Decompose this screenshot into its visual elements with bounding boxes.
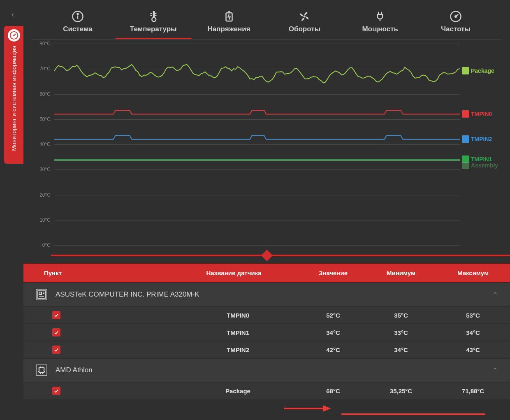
cell-min: 35°C bbox=[366, 312, 436, 319]
legend-item-tmpin2[interactable]: TMPIN2 bbox=[462, 135, 492, 143]
gridline bbox=[54, 69, 460, 69]
tab-power[interactable]: Мощность bbox=[342, 10, 418, 39]
chart-line-tmpin0 bbox=[54, 110, 460, 114]
row-checkbox[interactable] bbox=[52, 328, 60, 336]
cell-value: 34°C bbox=[300, 329, 366, 336]
legend-label: Assembly bbox=[471, 162, 498, 169]
cell-value: 42°C bbox=[300, 346, 366, 353]
cell-sensor: TMPIN2 bbox=[176, 346, 300, 353]
gridline bbox=[54, 119, 460, 120]
ytick-label: 60°C bbox=[39, 91, 51, 97]
cell-max: 43°C bbox=[436, 346, 510, 353]
group-title: ASUSTeK COMPUTER INC. PRIME A320M-K bbox=[56, 290, 199, 299]
cell-value: 52°C bbox=[300, 312, 366, 319]
tabs-bar: Система Температуры Напряжения Обороты М… bbox=[23, 0, 510, 39]
cell-max: 53°C bbox=[436, 312, 510, 319]
cell-sensor: TMPIN1 bbox=[176, 329, 300, 336]
gauge-icon bbox=[8, 29, 20, 42]
slider-track bbox=[51, 255, 510, 256]
gridline bbox=[54, 144, 460, 145]
gridline bbox=[54, 245, 460, 246]
chart-yaxis: 0°C10°C20°C30°C40°C50°C60°C70°C80°C bbox=[32, 44, 52, 245]
cell-min: 33°C bbox=[366, 329, 436, 336]
tab-fans[interactable]: Обороты bbox=[267, 10, 342, 39]
gridline bbox=[54, 94, 460, 95]
svg-rect-15 bbox=[39, 292, 42, 295]
row-checkbox[interactable] bbox=[52, 311, 60, 319]
tab-system[interactable]: Система bbox=[40, 10, 116, 39]
battery-icon bbox=[191, 10, 267, 23]
table-row: TMPIN0 52°C 35°C 53°C bbox=[23, 307, 510, 323]
annotation-arrow bbox=[284, 404, 505, 416]
ytick-label: 20°C bbox=[39, 192, 51, 198]
sidebar-tab-monitoring[interactable]: Мониторинг и системная информация bbox=[4, 26, 23, 164]
legend-item-tmpin0[interactable]: TMPIN0 bbox=[462, 110, 492, 118]
col-item: Пункт bbox=[44, 269, 167, 276]
legend-item-package[interactable]: Package bbox=[462, 67, 494, 74]
group-header[interactable]: ASUSTeK COMPUTER INC. PRIME A320M-K ⌃ bbox=[23, 283, 510, 306]
cell-min: 34°C bbox=[366, 346, 436, 353]
legend-item-assembly[interactable]: Assembly bbox=[462, 162, 498, 169]
gridline bbox=[54, 169, 460, 170]
row-checkbox[interactable] bbox=[52, 346, 60, 354]
tab-temps[interactable]: Температуры bbox=[116, 10, 191, 39]
svg-point-13 bbox=[455, 16, 457, 17]
ytick-label: 0°C bbox=[42, 242, 51, 248]
tab-freq[interactable]: Частоты bbox=[418, 10, 494, 39]
ytick-label: 30°C bbox=[39, 167, 51, 172]
range-slider[interactable] bbox=[23, 251, 510, 260]
temperature-chart: 0°C10°C20°C30°C40°C50°C60°C70°C80°C Pack… bbox=[32, 44, 502, 245]
tab-label: Напряжения bbox=[191, 25, 267, 33]
col-sensor: Название датчика bbox=[167, 269, 300, 276]
group-header[interactable]: AMD Athlon ⌃ bbox=[23, 359, 510, 382]
cell-max: 34°C bbox=[436, 329, 510, 336]
fan-icon bbox=[267, 10, 342, 23]
gauge-icon bbox=[418, 10, 494, 23]
plug-icon bbox=[342, 10, 418, 23]
tab-label: Температуры bbox=[116, 25, 191, 33]
cell-sensor: TMPIN0 bbox=[176, 312, 300, 319]
chevron-up-icon: ⌃ bbox=[492, 291, 498, 299]
legend-label: TMPIN0 bbox=[471, 111, 492, 117]
ytick-label: 80°C bbox=[39, 41, 51, 46]
legend-swatch bbox=[462, 162, 469, 169]
legend-swatch bbox=[462, 67, 469, 74]
slider-thumb[interactable] bbox=[261, 250, 272, 261]
chart-line-package bbox=[54, 65, 460, 83]
cell-sensor: Package bbox=[176, 388, 300, 394]
sensors-table: Пункт Название датчика Значение Минимум … bbox=[23, 264, 510, 399]
table-row: TMPIN1 34°C 33°C 34°C bbox=[23, 324, 510, 341]
chevron-up-icon: ⌃ bbox=[492, 367, 498, 374]
cell-min: 35,25°C bbox=[366, 388, 436, 394]
legend-swatch bbox=[462, 110, 469, 118]
main-panel: Система Температуры Напряжения Обороты М… bbox=[23, 0, 510, 420]
motherboard-icon bbox=[36, 289, 47, 300]
info-icon bbox=[40, 10, 116, 23]
svg-point-4 bbox=[77, 13, 78, 14]
tab-label: Мощность bbox=[342, 25, 418, 33]
gridline bbox=[54, 44, 460, 44]
col-min: Минимум bbox=[366, 269, 436, 276]
sidebar-label: Мониторинг и системная информация bbox=[11, 46, 17, 151]
table-row: TMPIN2 42°C 34°C 43°C bbox=[23, 341, 510, 358]
back-button[interactable]: ‹ bbox=[12, 10, 14, 19]
tab-label: Частоты bbox=[418, 25, 494, 33]
group-title: AMD Athlon bbox=[56, 366, 93, 374]
chart-plot-area bbox=[54, 44, 460, 245]
thermo-icon bbox=[116, 10, 191, 23]
tab-volt[interactable]: Напряжения bbox=[191, 10, 267, 39]
tab-label: Обороты bbox=[267, 25, 342, 33]
chart-line-tmpin2 bbox=[54, 136, 460, 139]
svg-point-1 bbox=[13, 35, 15, 36]
table-header-row: Пункт Название датчика Значение Минимум … bbox=[23, 264, 510, 282]
legend-label: TMPIN2 bbox=[471, 136, 492, 142]
svg-rect-19 bbox=[39, 368, 44, 373]
divider bbox=[32, 39, 502, 39]
row-checkbox[interactable] bbox=[52, 387, 60, 395]
ytick-label: 40°C bbox=[39, 142, 51, 147]
cell-max: 71,88°C bbox=[436, 388, 510, 394]
cell-value: 68°C bbox=[300, 388, 366, 394]
svg-marker-29 bbox=[323, 405, 331, 412]
gridline bbox=[54, 195, 460, 195]
tab-label: Система bbox=[40, 25, 116, 33]
